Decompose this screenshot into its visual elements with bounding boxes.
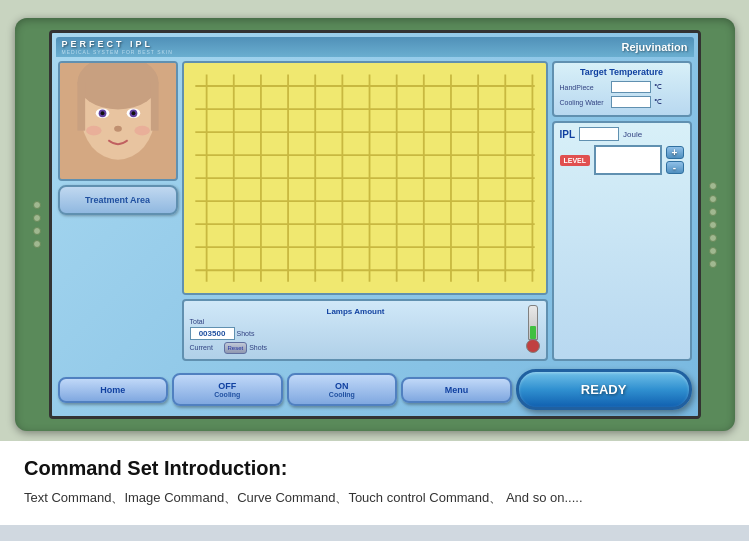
face-image [58,61,178,181]
screen: PERFECT IPL MEDICAL SYSTEM FOR BEST SKIN… [52,33,698,416]
screen-body: Treatment Area [56,57,694,365]
device-body: PERFECT IPL MEDICAL SYSTEM FOR BEST SKIN… [15,18,735,431]
thermo-bulb [526,339,540,353]
level-label: LEVEL [560,155,591,166]
screen-mode: Rejuvination [621,41,687,53]
grid-panel [182,61,548,295]
svg-point-22 [114,126,122,132]
lamps-title: Lamps Amount [190,307,522,316]
right-column: Target Temperature HandPiece ℃ Cooling W… [552,61,692,361]
svg-rect-15 [150,82,158,130]
device-wrapper: PERFECT IPL MEDICAL SYSTEM FOR BEST SKIN… [0,0,749,441]
connector-dot [709,182,717,190]
cooling-unit: ℃ [654,98,662,106]
lamps-value-row: 003500 Shots [190,327,522,340]
brand-title: PERFECT IPL [62,39,173,49]
brand-subtitle: MEDICAL SYSTEM FOR BEST SKIN [62,49,173,55]
connector-dot [709,208,717,216]
lamps-current-unit: Shots [249,344,267,351]
on-cooling-sub: Cooling [299,391,386,398]
off-cooling-button[interactable]: OFF Cooling [172,373,283,406]
target-temp-panel: Target Temperature HandPiece ℃ Cooling W… [552,61,692,117]
content-body: Text Command、Image Command、Curve Command… [24,488,725,509]
menu-button[interactable]: Menu [401,377,512,403]
level-display [594,145,661,175]
screen-header: PERFECT IPL MEDICAL SYSTEM FOR BEST SKIN… [56,37,694,57]
bottom-buttons: Home OFF Cooling ON Cooling Menu READY [56,365,694,412]
ready-button[interactable]: READY [516,369,692,410]
right-connectors [709,182,717,268]
off-cooling-main: OFF [184,381,271,391]
on-cooling-button[interactable]: ON Cooling [287,373,398,406]
connector-dot [709,260,717,268]
svg-rect-14 [77,82,85,130]
treatment-area-button[interactable]: Treatment Area [58,185,178,215]
connector-dot [709,247,717,255]
lamps-total-row: Total [190,318,522,325]
handpiece-unit: ℃ [654,83,662,91]
handpiece-input[interactable] [611,81,651,93]
on-cooling-main: ON [299,381,386,391]
cooling-input[interactable] [611,96,651,108]
connector-dot [709,195,717,203]
svg-point-24 [134,126,149,136]
lamps-current-row: Current Reset Shots [190,342,522,354]
svg-point-21 [131,111,135,115]
target-temp-title: Target Temperature [560,67,684,77]
off-cooling-sub: Cooling [184,391,271,398]
connector-dot [33,214,41,222]
cooling-temp-row: Cooling Water ℃ [560,96,684,108]
handpiece-label: HandPiece [560,84,608,91]
ipl-panel: IPL Joule LEVEL + - [552,121,692,361]
connector-dot [709,234,717,242]
thermometer [526,305,540,355]
lamps-left: Lamps Amount Total 003500 Shots Current [190,307,522,354]
connector-dot [709,221,717,229]
reset-button[interactable]: Reset [224,342,248,354]
ipl-top-row: IPL Joule [560,127,684,141]
ipl-value-box[interactable] [579,127,619,141]
screen-container: PERFECT IPL MEDICAL SYSTEM FOR BEST SKIN… [49,30,701,419]
content-section: Command Set Introduction: Text Command、I… [0,441,749,525]
left-column: Treatment Area [58,61,178,361]
lamps-total-value: 003500 [190,327,235,340]
svg-point-18 [100,111,104,115]
middle-column: Lamps Amount Total 003500 Shots Current [182,61,548,361]
lamps-current-label: Current [190,344,222,351]
plus-minus-column: + - [666,146,684,174]
thermo-fill [530,326,536,339]
plus-button[interactable]: + [666,146,684,159]
screen-header-left: PERFECT IPL MEDICAL SYSTEM FOR BEST SKIN [62,39,173,55]
connector-dot [33,240,41,248]
minus-button[interactable]: - [666,161,684,174]
home-button[interactable]: Home [58,377,169,403]
content-title: Command Set Introduction: [24,457,725,480]
lamps-total-label: Total [190,318,222,325]
ipl-unit: Joule [623,130,642,139]
ipl-label: IPL [560,129,576,140]
connector-dot [33,201,41,209]
lamps-panel: Lamps Amount Total 003500 Shots Current [182,299,548,361]
cooling-water-label: Cooling Water [560,99,608,106]
svg-point-23 [86,126,101,136]
lamps-shots-unit: Shots [237,330,255,337]
connector-dot [33,227,41,235]
thermo-body [528,305,538,340]
level-section: LEVEL + - [560,145,684,175]
left-connectors [33,201,41,248]
handpiece-temp-row: HandPiece ℃ [560,81,684,93]
